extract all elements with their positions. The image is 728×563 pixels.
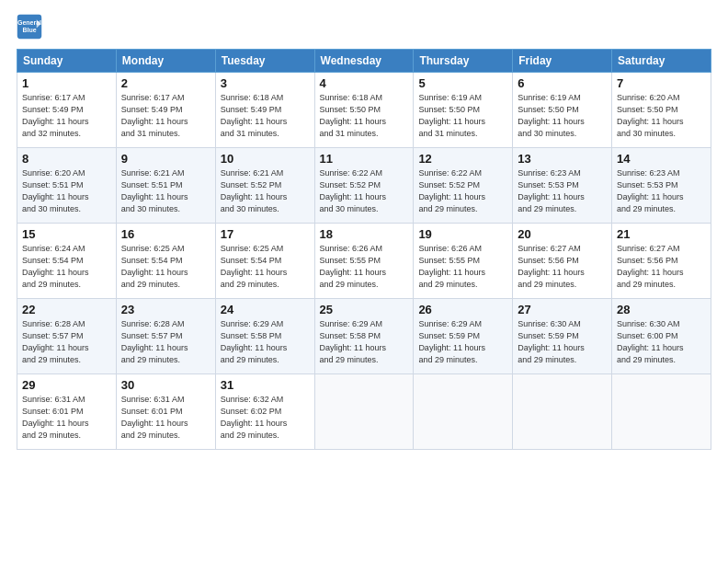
calendar-cell: 27 Sunrise: 6:30 AM Sunset: 5:59 PM Dayl… <box>513 299 612 374</box>
calendar: Sunday Monday Tuesday Wednesday Thursday… <box>17 49 711 450</box>
daylight-minutes: and 29 minutes. <box>418 280 477 289</box>
sunrise-label: Sunrise: 6:29 AM <box>320 319 383 328</box>
daylight-minutes: and 29 minutes. <box>617 280 676 289</box>
daylight-minutes: and 29 minutes. <box>22 280 81 289</box>
sunrise-label: Sunrise: 6:18 AM <box>221 93 284 102</box>
day-number: 24 <box>221 303 310 316</box>
sunrise-label: Sunrise: 6:31 AM <box>22 395 85 404</box>
calendar-cell <box>314 374 414 450</box>
sunrise-label: Sunrise: 6:18 AM <box>320 93 383 102</box>
day-number: 21 <box>617 227 706 241</box>
daylight-minutes: and 29 minutes. <box>221 280 279 289</box>
sunset-label: Sunset: 5:52 PM <box>221 180 282 190</box>
day-info: Sunrise: 6:18 AM Sunset: 5:50 PM Dayligh… <box>320 92 409 140</box>
day-number: 11 <box>320 152 409 166</box>
col-friday: Friday <box>513 50 612 73</box>
day-number: 5 <box>418 76 507 90</box>
day-number: 18 <box>320 227 409 241</box>
day-number: 6 <box>518 76 607 90</box>
calendar-cell: 23 Sunrise: 6:28 AM Sunset: 5:57 PM Dayl… <box>116 299 215 374</box>
sunrise-label: Sunrise: 6:27 AM <box>518 244 581 253</box>
daylight-label: Daylight: 11 hours <box>418 117 485 126</box>
daylight-label: Daylight: 11 hours <box>418 192 485 201</box>
calendar-cell: 24 Sunrise: 6:29 AM Sunset: 5:58 PM Dayl… <box>215 299 314 374</box>
daylight-label: Daylight: 11 hours <box>121 192 188 201</box>
calendar-cell: 14 Sunrise: 6:23 AM Sunset: 5:53 PM Dayl… <box>612 148 711 224</box>
sunrise-label: Sunrise: 6:25 AM <box>221 244 284 253</box>
day-number: 15 <box>22 227 111 241</box>
calendar-cell <box>414 374 513 450</box>
sunrise-label: Sunrise: 6:25 AM <box>121 244 185 253</box>
daylight-minutes: and 31 minutes. <box>221 129 279 138</box>
sunset-label: Sunset: 5:52 PM <box>418 180 480 190</box>
calendar-cell <box>513 374 612 450</box>
day-info: Sunrise: 6:29 AM Sunset: 5:58 PM Dayligh… <box>320 318 409 366</box>
daylight-minutes: and 32 minutes. <box>22 129 81 138</box>
sunrise-label: Sunrise: 6:17 AM <box>22 93 85 102</box>
daylight-minutes: and 29 minutes. <box>22 355 81 364</box>
day-info: Sunrise: 6:17 AM Sunset: 5:49 PM Dayligh… <box>121 92 210 140</box>
sunset-label: Sunset: 5:56 PM <box>518 256 579 265</box>
sunrise-label: Sunrise: 6:26 AM <box>418 244 482 253</box>
day-info: Sunrise: 6:25 AM Sunset: 5:54 PM Dayligh… <box>121 243 210 291</box>
sunrise-label: Sunrise: 6:22 AM <box>320 168 383 178</box>
week-row-3: 22 Sunrise: 6:28 AM Sunset: 5:57 PM Dayl… <box>17 299 711 374</box>
day-info: Sunrise: 6:20 AM Sunset: 5:50 PM Dayligh… <box>617 92 706 140</box>
calendar-cell: 28 Sunrise: 6:30 AM Sunset: 6:00 PM Dayl… <box>612 299 711 374</box>
sunrise-label: Sunrise: 6:20 AM <box>22 168 85 178</box>
day-info: Sunrise: 6:27 AM Sunset: 5:56 PM Dayligh… <box>617 243 706 291</box>
calendar-cell: 21 Sunrise: 6:27 AM Sunset: 5:56 PM Dayl… <box>612 224 711 299</box>
day-number: 27 <box>518 303 607 316</box>
day-info: Sunrise: 6:28 AM Sunset: 5:57 PM Dayligh… <box>121 318 210 366</box>
day-info: Sunrise: 6:26 AM Sunset: 5:55 PM Dayligh… <box>418 243 507 291</box>
daylight-label: Daylight: 11 hours <box>22 419 89 428</box>
sunset-label: Sunset: 5:53 PM <box>518 180 579 190</box>
daylight-label: Daylight: 11 hours <box>617 117 684 126</box>
sunset-label: Sunset: 5:53 PM <box>617 180 678 190</box>
sunset-label: Sunset: 5:50 PM <box>617 105 678 114</box>
day-info: Sunrise: 6:29 AM Sunset: 5:59 PM Dayligh… <box>418 318 507 366</box>
sunrise-label: Sunrise: 6:22 AM <box>418 168 482 178</box>
daylight-minutes: and 30 minutes. <box>22 204 81 213</box>
daylight-minutes: and 29 minutes. <box>22 431 81 440</box>
day-info: Sunrise: 6:22 AM Sunset: 5:52 PM Dayligh… <box>418 167 507 215</box>
daylight-label: Daylight: 11 hours <box>22 117 89 126</box>
day-number: 8 <box>22 152 111 166</box>
sunrise-label: Sunrise: 6:24 AM <box>22 244 85 253</box>
day-number: 1 <box>22 76 111 90</box>
calendar-cell: 9 Sunrise: 6:21 AM Sunset: 5:51 PM Dayli… <box>116 148 215 224</box>
daylight-label: Daylight: 11 hours <box>320 192 387 201</box>
header: General Blue <box>17 14 711 40</box>
daylight-label: Daylight: 11 hours <box>121 419 188 428</box>
day-number: 13 <box>518 152 607 166</box>
sunrise-label: Sunrise: 6:32 AM <box>221 395 284 404</box>
daylight-label: Daylight: 11 hours <box>518 268 585 277</box>
sunrise-label: Sunrise: 6:30 AM <box>617 319 680 328</box>
sunset-label: Sunset: 5:49 PM <box>121 105 183 114</box>
calendar-cell: 13 Sunrise: 6:23 AM Sunset: 5:53 PM Dayl… <box>513 148 612 224</box>
sunset-label: Sunset: 5:50 PM <box>418 105 480 114</box>
day-number: 7 <box>617 76 706 90</box>
sunset-label: Sunset: 6:01 PM <box>22 407 84 416</box>
sunset-label: Sunset: 5:51 PM <box>121 180 183 190</box>
day-number: 30 <box>121 378 210 392</box>
day-info: Sunrise: 6:29 AM Sunset: 5:58 PM Dayligh… <box>221 318 310 366</box>
calendar-cell: 5 Sunrise: 6:19 AM Sunset: 5:50 PM Dayli… <box>414 73 513 148</box>
calendar-cell: 17 Sunrise: 6:25 AM Sunset: 5:54 PM Dayl… <box>215 224 314 299</box>
daylight-minutes: and 30 minutes. <box>121 204 180 213</box>
day-info: Sunrise: 6:30 AM Sunset: 6:00 PM Dayligh… <box>617 318 706 366</box>
week-row-4: 29 Sunrise: 6:31 AM Sunset: 6:01 PM Dayl… <box>17 374 711 450</box>
day-info: Sunrise: 6:18 AM Sunset: 5:49 PM Dayligh… <box>221 92 310 140</box>
sunset-label: Sunset: 5:59 PM <box>518 331 579 340</box>
day-info: Sunrise: 6:21 AM Sunset: 5:52 PM Dayligh… <box>221 167 310 215</box>
daylight-label: Daylight: 11 hours <box>418 268 485 277</box>
daylight-label: Daylight: 11 hours <box>22 343 89 352</box>
day-number: 17 <box>221 227 310 241</box>
col-saturday: Saturday <box>612 50 711 73</box>
day-number: 25 <box>320 303 409 316</box>
svg-text:Blue: Blue <box>22 27 36 33</box>
daylight-minutes: and 29 minutes. <box>418 204 477 213</box>
daylight-label: Daylight: 11 hours <box>221 117 288 126</box>
day-info: Sunrise: 6:19 AM Sunset: 5:50 PM Dayligh… <box>518 92 607 140</box>
calendar-cell: 2 Sunrise: 6:17 AM Sunset: 5:49 PM Dayli… <box>116 73 215 148</box>
